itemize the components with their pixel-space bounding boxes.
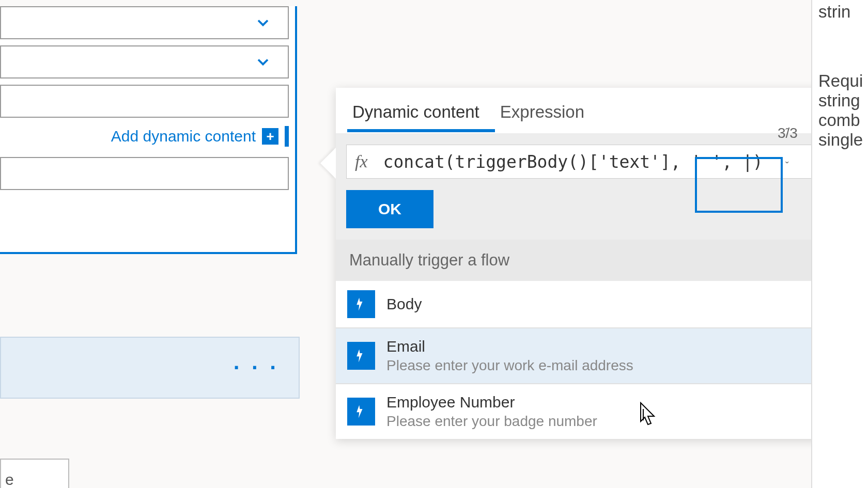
partial-box-text: e [5,471,14,488]
dynamic-item-subtitle: Please enter your badge number [386,413,597,430]
add-dynamic-content-row: Add dynamic content + [0,124,295,151]
dynamic-item-email[interactable]: Email Please enter your work e-mail addr… [336,328,857,384]
fx-icon: fx [355,152,368,171]
ok-button-wrap: OK [336,190,857,240]
trigger-icon [347,342,375,370]
tooltip-line: string [818,91,868,111]
left-action-card: Add dynamic content + [0,0,300,254]
collapsed-action-card[interactable]: · · · [0,337,300,399]
dropdown-field-2[interactable] [0,45,289,78]
tooltip-line: single [818,130,868,150]
expression-bar-section: fx concat(triggerBody()['text'], ' ', |) [336,133,857,190]
nav-down-icon[interactable]: ˇ [785,160,789,172]
add-dynamic-plus-button[interactable]: + [262,128,278,145]
dynamic-section-header: Manually trigger a flow [336,240,857,281]
chevron-down-icon [254,13,272,32]
add-dynamic-content-link[interactable]: Add dynamic content [111,128,256,145]
add-dynamic-bar-icon [285,126,289,147]
more-options-icon[interactable]: · · · [234,355,279,380]
trigger-icon [347,290,375,318]
ok-button[interactable]: OK [346,190,433,228]
trigger-icon [347,398,375,426]
text-field-1[interactable] [0,85,289,118]
expression-text: concat(triggerBody()['text'], ' ', |) [383,152,763,172]
popup-pointer-icon [320,148,336,179]
expression-input[interactable]: fx concat(triggerBody()['text'], ' ', |) [346,145,846,179]
tooltip-line: strin [818,0,868,22]
tooltip-line: comb [818,111,868,130]
chevron-down-icon [254,53,272,71]
tooltip-line: Requi [818,71,868,91]
dynamic-content-list: Body Email Please enter your work e-mail… [336,281,857,439]
dynamic-item-employee-number[interactable]: Employee Number Please enter your badge … [336,384,857,439]
partial-box: e [0,459,69,488]
action-card-body: Add dynamic content + [0,6,297,254]
tooltip-panel: strin Requi string comb single [811,0,868,488]
dynamic-item-title: Body [386,295,422,313]
dynamic-item-title: Email [386,338,633,355]
tab-dynamic-content[interactable]: Dynamic content [347,93,495,132]
dynamic-item-subtitle: Please enter your work e-mail address [386,357,633,374]
text-field-2[interactable] [0,157,289,190]
dynamic-item-body[interactable]: Body [336,281,857,328]
nav-counter: 3/3 [778,125,798,141]
tab-expression[interactable]: Expression [495,93,600,132]
dropdown-field-1[interactable] [0,6,289,39]
dynamic-item-title: Employee Number [386,393,597,411]
